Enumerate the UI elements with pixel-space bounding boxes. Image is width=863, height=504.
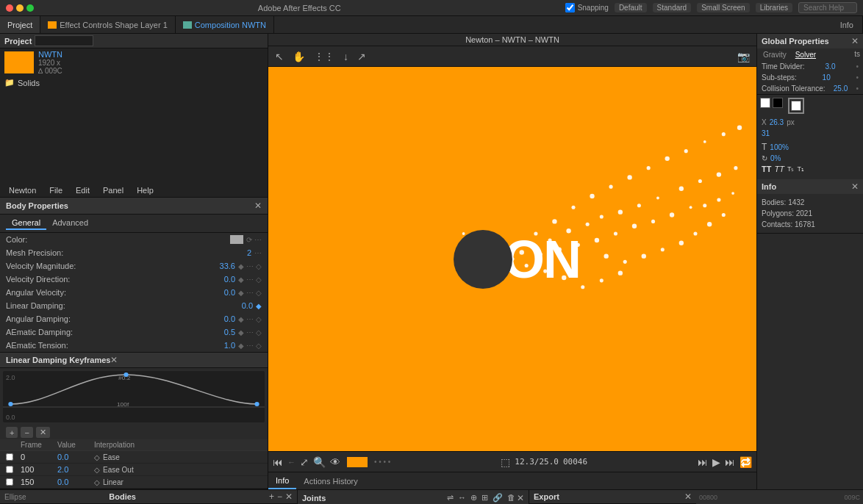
- coll-tol-value[interactable]: 25.0: [834, 84, 848, 93]
- menu-newton[interactable]: Newton: [3, 183, 42, 197]
- select-tool[interactable]: ↖: [273, 49, 286, 64]
- ae-damp-anim[interactable]: ◇: [256, 328, 262, 336]
- swatch-white[interactable]: [760, 98, 770, 108]
- ang-vel-keyframe[interactable]: ◆: [238, 289, 244, 297]
- expand-btn[interactable]: ⤢: [300, 456, 309, 468]
- tt-style-2[interactable]: TT: [774, 165, 784, 173]
- sub-steps-options[interactable]: •: [856, 73, 859, 82]
- color-swatch[interactable]: [230, 235, 243, 244]
- kf-add-btn[interactable]: +: [6, 427, 18, 438]
- close-button[interactable]: [6, 4, 13, 12]
- gravity-tab[interactable]: Gravity: [760, 50, 789, 60]
- ang-vel-anim[interactable]: ◇: [256, 289, 262, 297]
- joint-btn-5[interactable]: 🔗: [493, 493, 503, 503]
- effect-controls-tab[interactable]: Effect Controls Shape Layer 1: [40, 16, 176, 33]
- ae-damp-options[interactable]: ⋯: [246, 328, 254, 336]
- vel-dir-value[interactable]: 0.0: [206, 275, 235, 284]
- menu-panel[interactable]: Panel: [97, 183, 129, 197]
- lin-damp-keyframe[interactable]: ◆: [256, 302, 262, 310]
- camera-icon[interactable]: 📷: [735, 49, 752, 64]
- grid-tool[interactable]: ⋮⋮: [312, 49, 337, 64]
- lin-damp-value[interactable]: 0.0: [223, 301, 253, 310]
- vel-dir-options[interactable]: ⋯: [246, 276, 254, 284]
- coll-tol-options[interactable]: •: [856, 84, 859, 93]
- down-tool[interactable]: ↓: [341, 49, 351, 64]
- joint-btn-2[interactable]: ↔: [458, 493, 466, 503]
- ae-tension-anim[interactable]: ◇: [256, 342, 262, 350]
- info-bottom-tab[interactable]: Info: [268, 472, 296, 489]
- small-screen-workspace-btn[interactable]: Small Screen: [697, 3, 749, 12]
- ang-damp-keyframe[interactable]: ◆: [238, 315, 244, 323]
- tab-general[interactable]: General: [6, 217, 46, 230]
- time-div-value[interactable]: 3.0: [826, 62, 836, 71]
- step-btn[interactable]: ⏭: [725, 456, 735, 468]
- kf-check-1[interactable]: [6, 466, 13, 473]
- kf-remove-btn[interactable]: −: [21, 427, 32, 438]
- sub-steps-value[interactable]: 10: [823, 73, 831, 82]
- composition-btn[interactable]: ⬚: [501, 456, 510, 468]
- timeline-scroll[interactable]: 00800 009C: [696, 490, 863, 504]
- close-joints[interactable]: ✕: [517, 493, 524, 503]
- rewind-btn[interactable]: ⏮: [273, 456, 283, 468]
- maximize-button[interactable]: [26, 4, 34, 12]
- go-start-btn[interactable]: ⏭: [698, 456, 708, 468]
- project-search[interactable]: [35, 35, 93, 46]
- minimize-button[interactable]: [16, 4, 24, 12]
- kf-check-2[interactable]: [6, 478, 13, 486]
- reset-icon[interactable]: ⟳: [246, 236, 252, 244]
- default-workspace-btn[interactable]: Default: [615, 3, 647, 12]
- vel-mag-value[interactable]: 33.6: [206, 262, 235, 270]
- ae-tension-keyframe[interactable]: ◆: [238, 342, 244, 350]
- joint-trash[interactable]: 🗑: [507, 493, 515, 503]
- bodies-remove[interactable]: −: [277, 492, 282, 502]
- ang-vel-value[interactable]: 0.0: [206, 288, 235, 297]
- libraries-btn[interactable]: Libraries: [756, 3, 792, 12]
- solver-tab[interactable]: Solver: [792, 50, 819, 60]
- close-info[interactable]: ✕: [851, 181, 859, 192]
- hand-tool[interactable]: ✋: [290, 49, 307, 64]
- close-body-props[interactable]: ✕: [254, 201, 262, 211]
- ae-tension-options[interactable]: ⋯: [246, 342, 254, 350]
- vel-mag-options[interactable]: ⋯: [246, 262, 254, 270]
- play-btn[interactable]: ▶: [712, 456, 720, 468]
- eye-btn[interactable]: 👁: [330, 456, 340, 468]
- t-sub-1[interactable]: T₅: [787, 165, 795, 173]
- snapping-checkbox[interactable]: Snapping: [565, 3, 609, 12]
- ang-vel-options[interactable]: ⋯: [246, 289, 254, 297]
- ang-damp-anim[interactable]: ◇: [256, 315, 262, 323]
- ae-damp-keyframe[interactable]: ◆: [238, 328, 244, 336]
- standard-workspace-btn[interactable]: Standard: [653, 3, 692, 12]
- close-global-props[interactable]: ✕: [851, 36, 859, 46]
- bodies-close[interactable]: ✕: [285, 492, 293, 502]
- tab-advanced[interactable]: Advanced: [46, 217, 94, 230]
- vel-mag-keyframe[interactable]: ◆: [238, 262, 244, 270]
- zoom-out-btn[interactable]: 🔍: [313, 456, 326, 468]
- actions-history-tab[interactable]: Actions History: [296, 472, 365, 489]
- time-div-options[interactable]: •: [856, 62, 859, 71]
- joint-btn-3[interactable]: ⊕: [470, 493, 477, 503]
- close-kf[interactable]: ✕: [110, 355, 118, 365]
- tt-style-1[interactable]: TT: [762, 165, 771, 173]
- menu-file[interactable]: File: [43, 183, 68, 197]
- fg-bg-swatches[interactable]: [788, 98, 804, 114]
- joint-btn-4[interactable]: ⊞: [481, 493, 488, 503]
- project-item[interactable]: NWTN 1920 x ∆ 009C: [0, 48, 268, 76]
- ang-damp-options[interactable]: ⋯: [246, 315, 254, 323]
- ang-damp-value[interactable]: 0.0: [206, 314, 235, 323]
- menu-help[interactable]: Help: [131, 183, 160, 197]
- solids-folder[interactable]: 📁 Solids: [0, 76, 268, 89]
- ae-tension-value[interactable]: 1.0: [206, 341, 235, 350]
- global-props-expand[interactable]: ts: [854, 50, 860, 60]
- ae-damp-value[interactable]: 0.5: [206, 328, 235, 336]
- close-export[interactable]: ✕: [684, 492, 692, 502]
- kf-check-0[interactable]: [6, 453, 13, 461]
- info-panel-tab[interactable]: Info: [831, 16, 863, 33]
- vel-dir-keyframe[interactable]: ◆: [238, 276, 244, 284]
- mesh-options[interactable]: ⋯: [254, 249, 262, 257]
- joint-btn-1[interactable]: ⇌: [447, 493, 454, 503]
- loop-btn[interactable]: 🔁: [740, 456, 752, 468]
- t-sub-2[interactable]: T₁: [797, 165, 804, 173]
- vel-mag-anim[interactable]: ◇: [256, 262, 262, 270]
- search-input[interactable]: [798, 2, 857, 13]
- menu-edit[interactable]: Edit: [70, 183, 96, 197]
